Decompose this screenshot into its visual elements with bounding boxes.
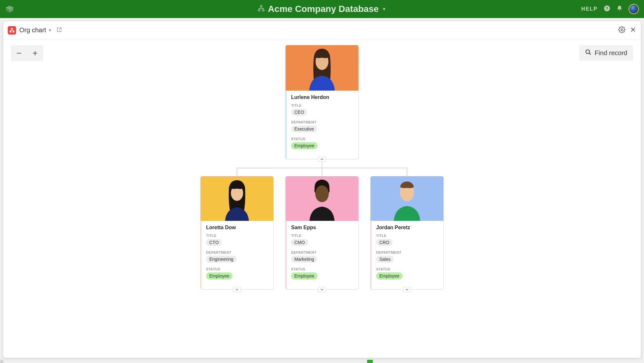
user-avatar[interactable] [629,4,639,14]
svg-rect-2 [262,10,264,11]
svg-rect-1 [258,10,260,11]
field-label-title: TITLE [291,103,354,107]
zoom-out-button[interactable]: − [11,45,27,61]
field-label-department: DEPARTMENT [376,250,439,254]
field-label-title: TITLE [376,234,439,238]
close-icon[interactable] [630,26,636,34]
title-pill: CTO [206,239,222,246]
employee-card[interactable]: Loretta Dow TITLE CTO DEPARTMENT Enginee… [200,176,274,289]
status-pill: Employee [376,272,402,280]
org-chart-panel: Org chart ▼ − + Find record [3,21,641,358]
chart-tree: Lurlene Herdon TITLE CEO DEPARTMENT Exec… [200,45,444,289]
svg-rect-5 [11,28,13,29]
connector [200,168,444,176]
svg-rect-7 [13,31,14,32]
department-pill: Executive [291,125,317,132]
field-label-title: TITLE [206,234,269,238]
collapse-children-button[interactable] [318,157,326,162]
title-pill: CEO [291,109,307,116]
airtable-logo-icon [5,5,14,14]
settings-gear-icon[interactable] [618,26,625,34]
field-label-department: DEPARTMENT [291,120,354,124]
find-record-label: Find record [595,49,627,57]
field-label-status: STATUS [291,137,354,141]
help-link[interactable]: HELP [581,6,598,12]
employee-name: Lurlene Herdon [291,94,354,100]
zoom-in-button[interactable]: + [27,45,43,61]
employee-card-root[interactable]: Lurlene Herdon TITLE CEO DEPARTMENT Exec… [285,45,359,159]
employee-card-body: Lurlene Herdon TITLE CEO DEPARTMENT Exec… [286,91,358,159]
expand-children-button[interactable] [403,287,411,292]
department-pill: Marketing [291,256,317,263]
employee-card[interactable]: Sam Epps TITLE CMO DEPARTMENT Marketing … [285,176,359,289]
app-header: Acme Company Database ▼ HELP ? [0,0,644,18]
field-label-title: TITLE [291,234,354,238]
svg-text:?: ? [606,6,608,11]
help-circle-icon[interactable]: ? [603,5,611,13]
panel-title-caret-icon[interactable]: ▼ [48,28,52,33]
title-pill: CRO [376,239,393,246]
database-title-group[interactable]: Acme Company Database ▼ [258,4,386,14]
find-record-button[interactable]: Find record [579,45,633,61]
database-title: Acme Company Database [268,4,379,14]
popout-icon[interactable] [56,27,62,34]
status-pill: Employee [291,142,317,149]
svg-point-8 [621,29,623,31]
employee-card-body: Jordan Peretz TITLE CRO DEPARTMENT Sales… [371,221,443,289]
employee-name: Jordan Peretz [376,225,439,231]
app-badge-icon [8,26,16,34]
background-truncated-text: 1( [0,359,4,363]
employee-card-body: Loretta Dow TITLE CTO DEPARTMENT Enginee… [201,221,273,289]
field-label-status: STATUS [291,267,354,271]
svg-rect-6 [10,31,11,32]
field-label-status: STATUS [206,267,269,271]
employee-photo [286,176,358,221]
svg-rect-0 [260,5,262,7]
employee-photo [201,176,273,221]
caret-down-icon: ▼ [382,6,386,12]
field-label-department: DEPARTMENT [206,250,269,254]
employee-name: Sam Epps [291,225,354,231]
scrollbar-thumb[interactable] [367,360,373,363]
department-pill: Engineering [206,256,237,263]
panel-title[interactable]: Org chart [19,26,46,34]
employee-name: Loretta Dow [206,225,269,231]
expand-children-button[interactable] [233,287,241,292]
svg-point-13 [315,185,329,202]
employee-photo [371,176,443,221]
zoom-controls: − + [11,45,43,61]
children-row: Loretta Dow TITLE CTO DEPARTMENT Enginee… [200,176,444,289]
department-pill: Sales [376,256,394,263]
expand-children-button[interactable] [318,287,326,292]
employee-photo [286,46,358,91]
svg-point-9 [586,50,590,54]
org-chart-header-icon [258,4,265,14]
notifications-bell-icon[interactable] [616,5,623,13]
search-icon [585,49,592,57]
field-label-status: STATUS [376,267,439,271]
employee-card[interactable]: Jordan Peretz TITLE CRO DEPARTMENT Sales… [370,176,444,289]
employee-card-body: Sam Epps TITLE CMO DEPARTMENT Marketing … [286,221,358,289]
status-pill: Employee [291,272,317,280]
field-label-department: DEPARTMENT [291,250,354,254]
title-pill: CMO [291,239,308,246]
status-pill: Employee [206,272,232,280]
org-chart-canvas[interactable]: − + Find record [3,39,641,358]
panel-header: Org chart ▼ [3,21,641,39]
